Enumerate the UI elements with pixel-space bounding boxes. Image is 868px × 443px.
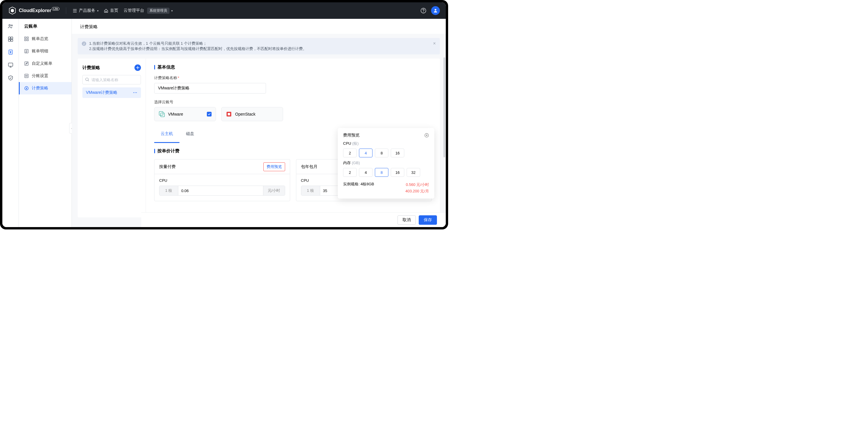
mem-opt-selected[interactable]: 8 (375, 168, 389, 177)
label-policy-name: 计费策略名称* (154, 75, 432, 81)
sidenav-item-overview[interactable]: 账单总览 (19, 33, 71, 45)
rail-billing-icon[interactable] (7, 49, 14, 55)
policy-list: 计费策略 VMware计费策略 ··· (78, 59, 146, 217)
account-vmware[interactable]: VMware (154, 107, 216, 121)
price-card-title-sub: 包年包月 (301, 164, 317, 169)
svg-point-1 (423, 12, 424, 12)
cpu-opt[interactable]: 2 (343, 149, 356, 157)
price-card-payg: 按量付费 费用预览 CPU 1 核 元/小时 (154, 159, 290, 201)
mem-opt[interactable]: 16 (391, 168, 404, 177)
policy-item-selected[interactable]: VMware计费策略 ··· (83, 87, 141, 98)
role-tag: 系统管理员 (147, 8, 169, 14)
vmware-icon (159, 111, 165, 117)
logo[interactable]: CloudExplorerLite (8, 6, 59, 15)
svg-rect-23 (228, 113, 230, 115)
page-title: 计费策略 (72, 19, 446, 34)
action-bar: 取消 保存 (141, 212, 446, 227)
input-suffix-payg: 元/小时 (263, 186, 285, 195)
policy-name-input[interactable] (154, 83, 266, 94)
more-icon[interactable]: ··· (133, 90, 137, 95)
edit-icon (24, 61, 29, 66)
svg-rect-14 (27, 39, 29, 41)
scrollbar[interactable] (443, 57, 445, 157)
nav-products[interactable]: 产品服务▾ (73, 8, 99, 13)
cpu-opt[interactable]: 8 (375, 149, 389, 157)
svg-point-4 (11, 25, 12, 26)
alert-line-2: 2.按规格计费优先级高于按单价计费说明：当实例配置与按规格计费配置匹配时，优先按… (89, 46, 307, 52)
split-icon (24, 73, 29, 78)
info-icon: i (82, 41, 86, 46)
info-alert: i 1.当前计费策略仅对私有云生效，1 个云账号只能关联 1 个计费策略； 2.… (78, 38, 440, 55)
mem-opt[interactable]: 4 (359, 168, 372, 177)
cpu-label-payg: CPU (159, 178, 285, 183)
sidenav-title: 云账单 (19, 19, 71, 33)
side-nav: 云账单 账单总览 账单明细 自定义账单 分账设置 计费策略 ‹ (19, 19, 72, 227)
openstack-icon (226, 111, 232, 117)
detail-icon (24, 49, 29, 54)
sidenav-item-pricing-policy[interactable]: 计费策略 (19, 82, 71, 94)
checkbox-checked-icon (207, 112, 212, 117)
preview-button-payg[interactable]: 费用预览 (264, 162, 285, 171)
sidenav-item-detail[interactable]: 账单明细 (19, 45, 71, 57)
cpu-price-input-payg[interactable] (178, 186, 263, 195)
svg-rect-11 (25, 37, 26, 38)
svg-rect-5 (8, 37, 10, 39)
policy-list-title: 计费策略 (83, 65, 100, 71)
rail-monitor-icon[interactable] (7, 62, 14, 68)
cpu-opt[interactable]: 16 (391, 149, 404, 157)
main-area: 计费策略 i 1.当前计费策略仅对私有云生效，1 个云账号只能关联 1 个计费策… (72, 19, 446, 227)
grid-icon (24, 36, 29, 41)
list-icon (73, 8, 77, 13)
svg-point-19 (86, 78, 88, 81)
chevron-down-icon: ▾ (171, 9, 173, 12)
rail-users-icon[interactable] (7, 23, 14, 29)
chevron-down-icon: ▾ (97, 9, 99, 12)
policy-form: 基本信息 计费策略名称* 选择云账号 VMware (146, 59, 440, 217)
svg-rect-8 (10, 39, 13, 41)
help-icon[interactable] (421, 8, 426, 13)
nav-home[interactable]: 首页 (104, 8, 118, 13)
cpu-opt-selected[interactable]: 4 (359, 149, 372, 157)
cancel-button[interactable]: 取消 (398, 215, 416, 225)
user-icon (433, 8, 438, 13)
policy-icon (24, 86, 29, 91)
input-prefix-sub: 1 核 (301, 186, 320, 195)
cost-preview-popover-left: 费用预览 CPU (核) 2 4 8 16 内存 ( (338, 128, 434, 198)
add-policy-button[interactable] (134, 64, 141, 71)
close-icon[interactable] (424, 133, 429, 138)
sidenav-item-split[interactable]: 分账设置 (19, 70, 71, 82)
cpu-options: 2 4 8 16 (343, 149, 429, 157)
policy-search-input[interactable] (83, 75, 141, 85)
svg-rect-6 (10, 37, 13, 39)
platform-selector[interactable]: 云管理平台 系统管理员 ▾ (124, 8, 173, 14)
icon-rail (2, 19, 19, 227)
alert-line-1: 1.当前计费策略仅对私有云生效，1 个云账号只能关联 1 个计费策略； (89, 41, 307, 46)
svg-point-3 (9, 24, 10, 26)
mem-options: 2 4 8 16 32 (343, 168, 429, 177)
tab-vm[interactable]: 云主机 (154, 128, 180, 139)
sidenav-item-custom[interactable]: 自定义账单 (19, 57, 71, 70)
price-summary: 0.560 元/小时 403.200 元/月 (405, 182, 429, 194)
logo-text: CloudExplorer (19, 8, 51, 13)
svg-rect-12 (27, 37, 29, 38)
lite-badge: Lite (52, 7, 59, 10)
svg-rect-13 (25, 39, 26, 41)
account-openstack[interactable]: OpenStack (221, 107, 283, 121)
plus-icon (136, 66, 140, 69)
label-cloud-account: 选择云账号 (154, 99, 432, 105)
close-icon[interactable]: × (433, 41, 436, 46)
svg-point-2 (435, 9, 436, 10)
tab-underline (154, 142, 180, 143)
mem-opt[interactable]: 2 (343, 168, 356, 177)
mem-opt[interactable]: 32 (407, 168, 420, 177)
svg-rect-10 (8, 63, 13, 66)
home-icon (104, 8, 108, 13)
tab-disk[interactable]: 磁盘 (180, 128, 201, 139)
rail-db-icon[interactable] (7, 36, 14, 42)
svg-rect-20 (159, 112, 163, 115)
save-button[interactable]: 保存 (419, 215, 437, 225)
spec-summary: 实例规格: 4核8GB (343, 182, 374, 187)
rail-security-icon[interactable] (7, 75, 14, 81)
avatar[interactable] (431, 6, 440, 15)
logo-icon (8, 6, 17, 15)
